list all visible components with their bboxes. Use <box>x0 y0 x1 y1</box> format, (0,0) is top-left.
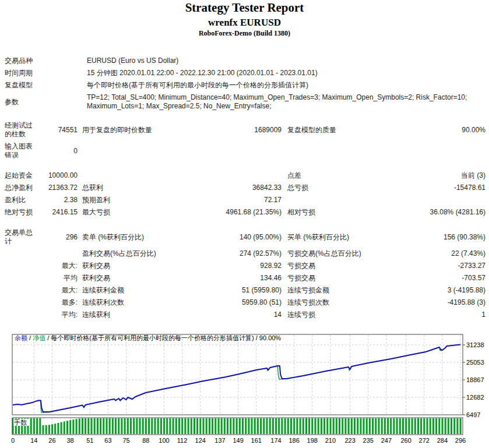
x-axis-label: 223 <box>344 437 355 444</box>
stat-value: 36842.33 <box>191 182 282 194</box>
y-axis-label: 12682 <box>466 394 484 401</box>
stat-value: 2.38 <box>37 194 78 206</box>
report-chart: 余额 / 净值 / 每个即时价格(基于所有可利用的最小时段的每一个价格的分形插值… <box>0 331 489 448</box>
stat-label: 输入图表错误 <box>5 140 37 161</box>
stat-row: 总净盈利21363.72总获利36842.33总亏损-15478.61 <box>5 182 486 194</box>
stat-label: 点差 <box>282 170 392 182</box>
y-axis-label: 31238 <box>466 341 484 348</box>
stat-row: 平均:连续获利14连续亏损1 <box>5 309 486 321</box>
row-spacer <box>5 161 486 170</box>
stat-value: 1 <box>392 309 486 321</box>
stat-label <box>5 248 37 260</box>
stat-value: 22 (7.43%) <box>392 248 486 260</box>
stat-label: 亏损交易 <box>282 272 392 284</box>
y-axis: 312382505318867126826497 <box>463 341 484 418</box>
stat-label: 连续亏损次数 <box>282 297 392 309</box>
x-axis-label: 0 <box>11 437 15 444</box>
report-server: RoboForex-Demo (Build 1380) <box>0 29 489 38</box>
x-axis-label: 26 <box>48 437 55 444</box>
info-value: 15 分钟图 2020.01.01 22:00 - 2022.12.30 21:… <box>82 67 486 79</box>
x-axis-label: 149 <box>233 437 243 444</box>
stat-label <box>282 194 392 206</box>
stat-label <box>78 140 191 161</box>
stat-label <box>5 309 37 321</box>
stat-label: 连续亏损金额 <box>282 284 392 297</box>
x-axis-label: 137 <box>214 437 225 444</box>
stat-row: 经测试过的柱数74551用于复盘的即时价数量1689009复盘模型的质量90.0… <box>5 119 486 140</box>
info-row: 交易品种EURUSD (Euro vs US Dollar) <box>5 55 486 67</box>
report-title: Strategy Tester Report <box>0 1 489 15</box>
chart-legend: 余额 / 净值 / 每个即时价格(基于所有可利用的最小时段的每一个价格的分形插值… <box>15 334 281 341</box>
x-axis-label: 296 <box>455 437 466 444</box>
stat-value <box>191 170 282 182</box>
stat-row: 盈利比2.38预期盈利72.17 <box>5 194 486 206</box>
info-row: 复盘模型每个即时价格(基于所有可利用的最小时段的每一个价格的分形插值计算) <box>5 79 486 91</box>
stat-label: 亏损交易(%占总百分比) <box>282 248 392 260</box>
stat-label: 用于复盘的即时价数量 <box>78 119 191 140</box>
x-axis-label: 38 <box>66 437 73 444</box>
x-axis-label: 260 <box>400 437 411 444</box>
x-axis-label: 124 <box>195 437 206 444</box>
stat-label <box>5 272 37 284</box>
x-axis-label: 174 <box>270 437 281 444</box>
stat-label: 获利交易 <box>78 260 191 272</box>
stat-label: 连续亏损 <box>282 309 392 321</box>
x-axis-label: 14 <box>30 437 37 444</box>
x-axis-label: 161 <box>251 437 262 444</box>
row-spacer <box>5 218 486 227</box>
stat-row: 起始资金10000.00点差当前 (3) <box>5 170 486 182</box>
stat-value: 21363.72 <box>37 182 78 194</box>
stat-label: 起始资金 <box>5 170 37 182</box>
stat-value: -4195.88 (3) <box>392 297 486 309</box>
x-axis: 0142638516375881001121241371491611741861… <box>11 437 466 444</box>
x-axis-label: 235 <box>363 437 374 444</box>
stat-label: 总净盈利 <box>5 182 37 194</box>
stat-label: 获利交易 <box>78 272 191 284</box>
stat-value: -2733.27 <box>392 260 486 272</box>
report-symbol: wrenfx EURUSD <box>0 17 489 29</box>
stat-label <box>282 140 392 161</box>
x-axis-label: 63 <box>104 437 111 444</box>
stat-label <box>5 297 37 309</box>
x-axis-label: 198 <box>307 437 318 444</box>
y-axis-label: 25053 <box>466 359 484 366</box>
x-axis-label: 210 <box>325 437 336 444</box>
stat-label: 交易单总计 <box>5 227 37 248</box>
stat-label: 绝对亏损 <box>5 206 37 218</box>
stat-value: 平均 <box>37 272 78 284</box>
x-axis-label: 75 <box>122 437 129 444</box>
stat-label: 预期盈利 <box>78 194 191 206</box>
stat-row: 最大:获利交易928.92亏损交易-2733.27 <box>5 260 486 272</box>
stat-label <box>78 170 191 182</box>
stat-value: 10000.00 <box>37 170 78 182</box>
info-row: 时间周期15 分钟图 2020.01.01 22:00 - 2022.12.30… <box>5 67 486 79</box>
stat-value <box>37 248 78 260</box>
stat-value: 3 (-4195.88) <box>392 284 486 297</box>
stat-value: 140 (95.00%) <box>191 227 282 248</box>
stat-value: 51 (5959.80) <box>191 284 282 297</box>
stat-label <box>5 260 37 272</box>
stat-value: 90.00% <box>392 119 486 140</box>
balance-chart: 余额 / 净值 / 每个即时价格(基于所有可利用的最小时段的每一个价格的分形插值… <box>0 331 489 448</box>
x-axis-label: 100 <box>159 437 169 444</box>
info-row: 参数TP=12; Total_SL=400; Minimum_Distance=… <box>5 91 486 112</box>
stat-value: 5959.80 (51) <box>191 297 282 309</box>
stat-value: 最多: <box>37 297 78 309</box>
info-label: 时间周期 <box>5 67 82 79</box>
stat-row: 平均获利交易134.46亏损交易-703.57 <box>5 272 486 284</box>
stat-label: 总亏损 <box>282 182 392 194</box>
x-axis-label: 247 <box>381 437 392 444</box>
stat-label: 盈利比 <box>5 194 37 206</box>
stat-value: 最大: <box>37 260 78 272</box>
stat-value: 1689009 <box>191 119 282 140</box>
x-axis-label: 88 <box>142 437 149 444</box>
y-axis-label: 18867 <box>466 376 484 383</box>
stat-value: 0 <box>37 140 78 161</box>
info-value: TP=12; Total_SL=400; Minimum_Distance=40… <box>82 91 486 112</box>
stat-label: 连续获利金额 <box>78 284 191 297</box>
stat-value: 最大: <box>37 284 78 297</box>
stat-value <box>191 140 282 161</box>
stat-label: 连续获利次数 <box>78 297 191 309</box>
stat-value: 74551 <box>37 119 78 140</box>
info-label: 交易品种 <box>5 55 82 67</box>
